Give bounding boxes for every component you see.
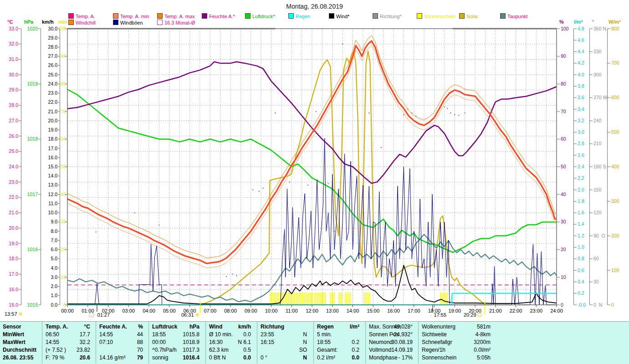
- cell-label: 0 °: [261, 354, 267, 361]
- square-icon: [478, 313, 481, 317]
- column-unit: km/h: [238, 323, 251, 330]
- table-column-header: Regenl/m²: [314, 323, 363, 330]
- table-row: 0 °N: [257, 354, 310, 361]
- cell-value: 79: [137, 354, 143, 361]
- stats-table: SensorMinWertMaxWertDurchschnitt26.08. 2…: [0, 321, 629, 364]
- x-tick-label: 08:00: [220, 308, 240, 313]
- event-sunset: 20:29: [464, 312, 481, 318]
- cell-label: Vollmond: [369, 346, 391, 354]
- x-tick-label: 09:00: [241, 308, 261, 313]
- x-tick-label: 15:00: [363, 308, 383, 313]
- table-column-temp-a-: Temp. A.°C06:5017.714:5532.2(+ 7.52 )23.…: [42, 322, 93, 364]
- cell-label: Wolkenunterg: [422, 323, 455, 330]
- cell-label: Sonnenschein: [422, 354, 456, 361]
- series-richtung-punkte: [464, 112, 465, 114]
- event-time-label: 01:27: [96, 312, 110, 318]
- weather-chart-window: Montag, 26.08.2019 Temp. A.Temp. A. minT…: [0, 0, 629, 364]
- cell-value: 0.0l/m²: [474, 346, 491, 354]
- cell-value: 88: [137, 339, 143, 346]
- event-time-label: 13:57: [5, 311, 19, 317]
- cell-label: Regen/1h: [422, 346, 445, 354]
- cell-value: 1016.4: [183, 354, 199, 361]
- table-row: 14.16 g/m³79: [96, 354, 146, 361]
- table-row: Sonnenschein5:05h: [419, 354, 494, 361]
- cell-value: 1018.9: [183, 339, 199, 346]
- series-richtung-punkte: [258, 191, 260, 192]
- column-title: Luftdruck: [152, 323, 177, 330]
- series-richtung-punkte: [381, 147, 382, 148]
- cell-value: 0.2: [352, 339, 359, 346]
- cell-label: (+ 7.52 ): [46, 346, 66, 354]
- cell-value: 20.6: [80, 354, 90, 361]
- series-richtung-punkte: [159, 224, 160, 226]
- x-tick-label: 11:00: [281, 308, 302, 313]
- cell-label: Gesamt:: [317, 346, 338, 354]
- cell-label: Neumond: [369, 339, 393, 346]
- table-column-richtung: Richtung23:55N16:15NSO0 °N: [257, 322, 310, 364]
- cell-value: 1015.8: [183, 331, 199, 338]
- column-title: Wind: [209, 323, 222, 330]
- cell-value: 1017.3: [183, 346, 199, 354]
- series-richtung-punkte: [454, 114, 455, 115]
- cell-label: 18:55: [317, 339, 331, 346]
- series-richtung-punkte: [236, 275, 237, 277]
- event-sunrise: 06:31 ☀: [181, 312, 199, 318]
- table-row: SO: [257, 346, 310, 354]
- cell-value: 17.7: [80, 331, 90, 338]
- table-column-header: Temp. A.°C: [42, 323, 93, 330]
- series-richtung-punkte: [226, 276, 227, 277]
- cell-label: 06:50: [46, 331, 59, 338]
- cell-value: 70: [137, 346, 143, 354]
- table-row: Regen/1h0.0l/m²: [419, 346, 494, 354]
- event-moon-rise: ↓ 17:55: [430, 312, 446, 318]
- series-richtung-punkte: [289, 182, 290, 183]
- table-row: Gesamt:0.2: [314, 346, 363, 354]
- table-row: 70: [96, 346, 146, 354]
- cell-label: ^0.7hPa/h: [152, 346, 177, 354]
- table-column-luftdruck: LuftdruckhPa18:551015.800:001018.9^0.7hP…: [148, 322, 203, 364]
- cell-value: N: [303, 331, 307, 338]
- series-richtung-punkte: [134, 212, 135, 213]
- cell-value: 23.82: [77, 346, 90, 354]
- column-unit: hPa: [189, 323, 199, 330]
- series-richtung-punkte: [95, 231, 97, 233]
- cell-label: 14:55: [99, 331, 113, 338]
- x-tick-label: 16:00: [384, 308, 404, 313]
- x-tick-label: 22:00: [506, 308, 526, 313]
- cell-value: 30.08.19: [391, 339, 413, 346]
- table-row-label: MaxWert: [3, 339, 39, 346]
- cell-value: N: [303, 339, 307, 346]
- cell-value: 49,028°: [394, 323, 413, 330]
- table-row: 14:5544: [96, 331, 146, 338]
- table-row-label: Sensor: [3, 323, 39, 330]
- table-row: 00:001018.9: [149, 339, 203, 346]
- table-column-regen: Regenl/m²5 min.18:550.2Gesamt:0.20.2 l/m…: [313, 322, 363, 364]
- event-time-label: 17:55: [433, 312, 447, 318]
- table-column-header: Feuchte A.%: [96, 323, 146, 330]
- x-tick-label: 14:00: [343, 308, 363, 313]
- cell-value: 0.0: [243, 354, 251, 361]
- cell-label: 00:00: [152, 339, 166, 346]
- series-richtung-punkte: [450, 112, 451, 114]
- series-richtung-punkte: [232, 273, 233, 275]
- cell-value: N: [303, 354, 307, 361]
- table-row: Vollmond14.09.19: [366, 346, 416, 354]
- event-moon-set: ↑ 01:27: [89, 312, 110, 318]
- table-row: 06:5017.7: [42, 331, 93, 338]
- cell-label: Sichtweite: [422, 331, 447, 338]
- sunrise-icon: ☀: [195, 312, 200, 318]
- series-richtung-punkte: [327, 183, 329, 184]
- table-row: Max. Sonnen49,028°: [366, 323, 416, 330]
- table-column-header: Richtung: [257, 323, 310, 330]
- table-row: 14:5532.2: [42, 339, 93, 346]
- table-row: F: 79 %20.6: [42, 354, 93, 361]
- series-richtung-punkte: [252, 189, 254, 191]
- event-time-label: 06:31: [181, 312, 195, 318]
- series-richtung-punkte: [447, 108, 448, 109]
- table-info-column-2: Wolkenunterg581mSichtweite4-8kmSchneefal…: [418, 322, 494, 364]
- table-row: 0.2 l/m²0.0: [314, 354, 363, 361]
- table-row: (+ 7.52 )23.82: [42, 346, 93, 354]
- table-row: 18:550.2: [314, 339, 363, 346]
- table-column-wind: Windkm/hØ 10 min.0.016:30N 6.162.3 km0.5…: [205, 322, 254, 364]
- table-row: Ø 10 min.0.0: [206, 331, 254, 338]
